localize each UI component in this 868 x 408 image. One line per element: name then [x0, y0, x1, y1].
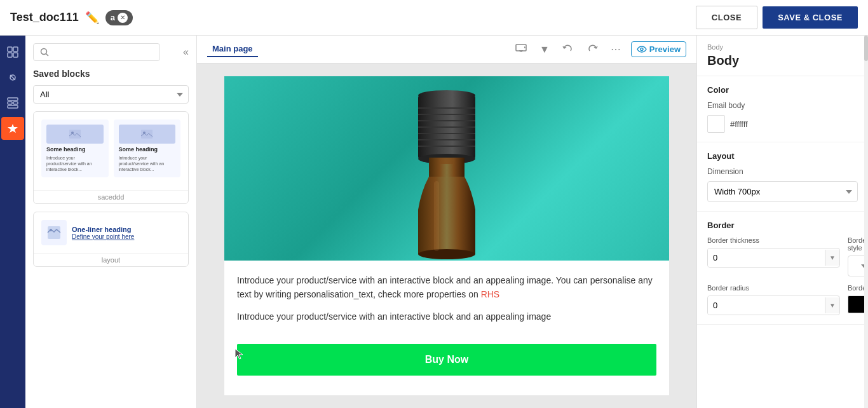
- svg-rect-27: [418, 210, 475, 254]
- border-radius-input[interactable]: [708, 296, 825, 315]
- topbar: Test_doc111 ✏️ a ✕ CLOSE SAVE & CLOSE: [0, 0, 868, 36]
- svg-rect-26: [429, 158, 465, 177]
- document-title: Test_doc111: [10, 11, 79, 24]
- scrollbar-thumb[interactable]: [864, 36, 868, 61]
- email-body-label: Email body: [707, 101, 858, 110]
- email-canvas: Introduce your product/service with an i…: [224, 76, 669, 395]
- svg-point-22: [641, 48, 643, 51]
- close-button[interactable]: CLOSE: [696, 6, 757, 29]
- block-preview-image-right: [119, 125, 176, 144]
- blocks-sidebar: « Saved blocks All Layout Content Text: [25, 36, 197, 408]
- rhs-link[interactable]: RHS: [481, 289, 500, 299]
- topbar-right: CLOSE SAVE & CLOSE: [696, 6, 858, 29]
- preview-label: Preview: [649, 44, 681, 54]
- svg-rect-15: [141, 130, 153, 139]
- edit-title-icon[interactable]: ✏️: [85, 11, 99, 25]
- color-row: #ffffff: [707, 115, 858, 133]
- canvas-scroll[interactable]: Introduce your product/service with an i…: [197, 64, 696, 408]
- svg-rect-7: [8, 102, 12, 104]
- svg-rect-2: [8, 53, 12, 57]
- single-card-heading: One-liner heading: [72, 226, 180, 233]
- filter-select[interactable]: All Layout Content Text: [33, 85, 189, 104]
- svg-rect-8: [13, 102, 18, 104]
- canvas-toolbar: Main page ▼: [197, 36, 696, 64]
- user-badge: a ✕: [105, 10, 133, 25]
- block-preview-grid: Some heading Introduce your product/serv…: [41, 119, 180, 177]
- canvas-area: Main page ▼: [197, 36, 696, 408]
- width-select[interactable]: Width 700px Width 600px Width 800px Full…: [707, 181, 858, 202]
- svg-marker-10: [8, 124, 18, 133]
- props-border-section: Border Border thickness ▼ Border style N…: [697, 212, 868, 325]
- sidebar-icon-layers[interactable]: [1, 66, 24, 89]
- search-icon: [40, 48, 49, 57]
- border-thickness-input[interactable]: [708, 248, 825, 267]
- eye-icon: [637, 46, 647, 53]
- filter-row: All Layout Content Text: [33, 85, 189, 104]
- svg-rect-0: [8, 47, 12, 51]
- width-select-wrap: Width 700px Width 600px Width 800px Full…: [707, 181, 858, 202]
- chevron-down-device-icon[interactable]: ▼: [537, 41, 552, 58]
- save-close-button[interactable]: SAVE & CLOSE: [763, 6, 858, 29]
- more-options-icon[interactable]: ⋯: [608, 41, 623, 58]
- block-preview-right: Some heading Introduce your product/serv…: [114, 119, 181, 177]
- scrollbar-track[interactable]: [864, 36, 868, 408]
- preview-button[interactable]: Preview: [631, 41, 686, 57]
- color-swatch[interactable]: [707, 115, 725, 133]
- border-color-swatch[interactable]: [848, 296, 865, 313]
- redo-icon[interactable]: [584, 41, 600, 58]
- single-card-subtext: Define your point here: [72, 233, 180, 240]
- sidebar-icon-star[interactable]: [1, 117, 24, 140]
- border-bottom-row: Border radius ▼ Border color #000000: [707, 284, 858, 315]
- dimension-label: Dimension: [707, 167, 858, 176]
- props-layout-section: Layout Dimension Width 700px Width 600px…: [697, 142, 868, 212]
- svg-rect-6: [8, 98, 18, 100]
- color-section-title: Color: [707, 85, 858, 95]
- border-thickness-arrow[interactable]: ▼: [825, 250, 839, 266]
- block-preview-image-left: [46, 125, 104, 144]
- block-preview-text-right: Introduce your product/service with an i…: [119, 155, 176, 172]
- border-radius-input-row: ▼: [707, 296, 840, 315]
- cta-button[interactable]: Buy Now: [237, 344, 656, 376]
- block-label-saceddd: saceddd: [34, 190, 188, 203]
- props-title: Body: [707, 53, 858, 68]
- svg-point-18: [50, 229, 52, 231]
- sidebar-icon-components[interactable]: [1, 92, 24, 114]
- block-card-saceddd[interactable]: Some heading Introduce your product/serv…: [33, 111, 189, 204]
- svg-point-16: [143, 132, 146, 134]
- device-selector-icon[interactable]: [513, 41, 529, 58]
- collapse-sidebar-icon[interactable]: «: [183, 46, 189, 58]
- bottle-svg: [383, 76, 510, 261]
- border-thickness-label: Border thickness: [707, 236, 840, 244]
- email-body-text: Introduce your product/service with an i…: [224, 261, 669, 337]
- tab-main-page[interactable]: Main page: [207, 41, 258, 57]
- user-initial: a: [111, 13, 115, 22]
- border-radius-label: Border radius: [707, 284, 840, 292]
- main-layout: « Saved blocks All Layout Content Text: [0, 36, 868, 408]
- email-cta-section: Buy Now: [224, 337, 669, 388]
- search-box[interactable]: [33, 43, 160, 61]
- block-card-layout[interactable]: One-liner heading Define your point here…: [33, 212, 189, 267]
- icon-sidebar: [0, 36, 25, 408]
- svg-rect-3: [13, 53, 18, 57]
- svg-rect-1: [13, 47, 18, 51]
- block-preview-left: Some heading Introduce your product/serv…: [41, 119, 109, 177]
- block-preview-text-left: Introduce your product/service with an i…: [46, 155, 104, 172]
- border-top-row: Border thickness ▼ Border style None Sol…: [707, 236, 858, 276]
- block-card-single-content: One-liner heading Define your point here: [34, 212, 188, 253]
- border-thickness-input-row: ▼: [707, 248, 840, 268]
- svg-rect-9: [8, 105, 18, 108]
- sidebar-icon-grid[interactable]: [1, 41, 24, 64]
- svg-point-28: [418, 249, 475, 259]
- block-card-inner: Some heading Introduce your product/serv…: [34, 112, 188, 190]
- email-hero-image: [224, 76, 669, 261]
- border-radius-arrow[interactable]: ▼: [825, 297, 839, 313]
- svg-point-14: [71, 132, 74, 134]
- svg-rect-17: [48, 226, 60, 239]
- remove-user-icon[interactable]: ✕: [118, 13, 128, 23]
- topbar-left: Test_doc111 ✏️ a ✕: [10, 10, 133, 25]
- block-preview-heading-left: Some heading: [46, 146, 86, 153]
- block-preview-thumbnail: [41, 220, 67, 245]
- props-header: Body Body: [697, 36, 868, 76]
- undo-icon[interactable]: [560, 41, 576, 58]
- props-panel: Body Body Color Email body #ffffff Layou…: [696, 36, 868, 408]
